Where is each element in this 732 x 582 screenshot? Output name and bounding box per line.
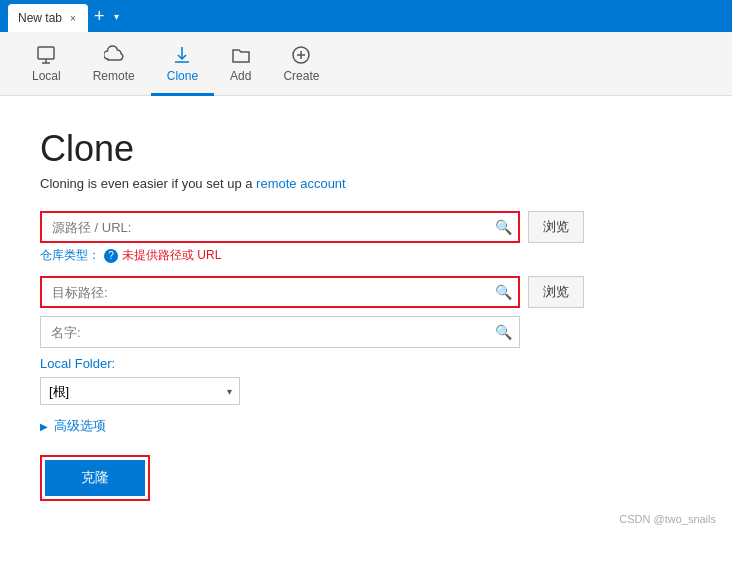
- name-input-wrapper: 🔍: [40, 316, 520, 348]
- plus-circle-icon: [291, 45, 311, 65]
- toolbar-label-add: Add: [230, 69, 251, 83]
- name-search-icon: 🔍: [495, 324, 512, 340]
- repo-type-hint: 仓库类型： ? 未提供路径或 URL: [40, 247, 692, 264]
- subtitle: Cloning is even easier if you set up a r…: [40, 176, 692, 191]
- toolbar-label-clone: Clone: [167, 69, 198, 83]
- toolbar-item-remote[interactable]: Remote: [77, 37, 151, 96]
- name-input[interactable]: [40, 316, 520, 348]
- svg-rect-0: [38, 47, 54, 59]
- repo-type-label: 仓库类型：: [40, 247, 100, 264]
- dest-browse-button[interactable]: 浏览: [528, 276, 584, 308]
- clone-button-wrapper: 克隆: [40, 455, 150, 501]
- subtitle-link[interactable]: remote account: [256, 176, 346, 191]
- dest-input[interactable]: [40, 276, 520, 308]
- tab-item[interactable]: New tab ×: [8, 4, 88, 32]
- local-folder-select-wrapper: [根] ▾: [40, 377, 240, 405]
- advanced-arrow-icon: ▶: [40, 421, 48, 432]
- toolbar-item-add[interactable]: Add: [214, 37, 267, 96]
- local-folder-select[interactable]: [根]: [40, 377, 240, 405]
- watermark: CSDN @two_snails: [619, 513, 716, 525]
- cloud-icon: [104, 45, 124, 65]
- page-title: Clone: [40, 128, 692, 170]
- toolbar-item-clone[interactable]: Clone: [151, 37, 214, 96]
- download-icon: [172, 45, 192, 65]
- source-input[interactable]: [40, 211, 520, 243]
- toolbar-label-local: Local: [32, 69, 61, 83]
- source-browse-button[interactable]: 浏览: [528, 211, 584, 243]
- name-row: 🔍: [40, 316, 692, 348]
- subtitle-prefix: Cloning is even easier if you set up a: [40, 176, 252, 191]
- dest-search-icon: 🔍: [495, 284, 512, 300]
- repo-type-error: 未提供路径或 URL: [122, 247, 221, 264]
- monitor-icon: [36, 45, 56, 65]
- dest-input-wrapper: 🔍: [40, 276, 520, 308]
- local-folder-label: Local Folder:: [40, 356, 692, 371]
- toolbar-item-create[interactable]: Create: [267, 37, 335, 96]
- toolbar-label-create: Create: [283, 69, 319, 83]
- tab-close-button[interactable]: ×: [68, 13, 78, 24]
- tab-dropdown-button[interactable]: ▾: [110, 11, 123, 22]
- tab-label: New tab: [18, 11, 62, 25]
- advanced-label: 高级选项: [54, 417, 106, 435]
- toolbar-item-local[interactable]: Local: [16, 37, 77, 96]
- main-content: Clone Cloning is even easier if you set …: [0, 96, 732, 537]
- repo-type-help-icon[interactable]: ?: [104, 249, 118, 263]
- folder-icon: [231, 45, 251, 65]
- toolbar: Local Remote Clone Add Create: [0, 32, 732, 96]
- advanced-options-toggle[interactable]: ▶ 高级选项: [40, 417, 692, 435]
- new-tab-button[interactable]: +: [88, 7, 111, 25]
- title-bar: New tab × + ▾: [0, 0, 732, 32]
- clone-button[interactable]: 克隆: [45, 460, 145, 496]
- toolbar-label-remote: Remote: [93, 69, 135, 83]
- dest-path-row: 🔍 浏览: [40, 276, 692, 308]
- source-search-icon: 🔍: [495, 219, 512, 235]
- source-url-row: 🔍 浏览: [40, 211, 692, 243]
- source-input-wrapper: 🔍: [40, 211, 520, 243]
